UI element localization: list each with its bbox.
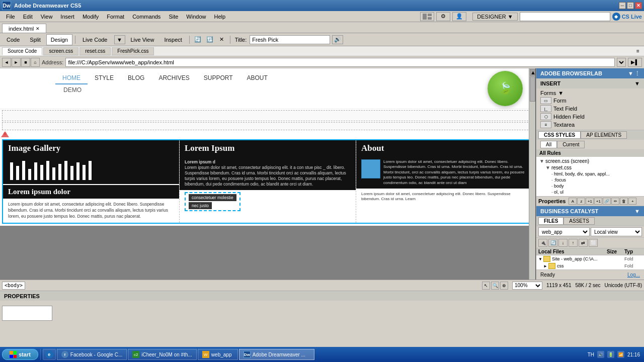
menu-modify[interactable]: Modify (78, 13, 103, 21)
tab-close-icon[interactable]: ✕ (36, 26, 40, 31)
menu-insert[interactable]: Insert (56, 13, 78, 21)
title-extra-btn[interactable]: 🔊 (332, 35, 343, 44)
status-zoom-btn[interactable]: ⊕ (500, 282, 508, 290)
col2-more-link[interactable]: consectetuer molestie (189, 194, 236, 201)
properties-input-area[interactable] (2, 306, 52, 321)
site-dropdown[interactable]: web_app (538, 227, 590, 236)
address-input[interactable] (65, 58, 615, 67)
layout-toggle-3[interactable]: 👤 (452, 12, 466, 21)
files-tab[interactable]: FILES (538, 217, 564, 225)
tray-icon-2[interactable]: 🔋 (607, 351, 614, 358)
current-tab[interactable]: Current (557, 141, 585, 148)
menu-view[interactable]: View (37, 13, 57, 21)
live-code-arrow[interactable]: ▼ (114, 35, 125, 44)
menu-window[interactable]: Window (182, 13, 210, 21)
nav-home[interactable]: HOME (55, 72, 88, 84)
nav-support[interactable]: SUPPORT (197, 72, 240, 84)
clear-icon[interactable]: ✕ (216, 35, 227, 44)
css-tab-reset[interactable]: reset.css (79, 47, 111, 55)
taskbar-app-icheer[interactable]: c2 iCheer_No0M on #th... (128, 349, 197, 360)
menu-edit[interactable]: Edit (19, 13, 37, 21)
file-css-folder[interactable]: ► css Fold (536, 262, 644, 269)
ie-quick-launch[interactable]: e (43, 349, 56, 360)
ap-elements-tab[interactable]: AP ELEMENTS (581, 131, 627, 139)
status-cursor-btn[interactable]: ↖ (482, 282, 490, 290)
all-tab[interactable]: All (540, 141, 557, 148)
panel-grip-icon[interactable]: ⋮ (634, 70, 640, 77)
view-dropdown[interactable]: Local view (591, 227, 642, 236)
tray-icon-3[interactable]: 📶 (617, 351, 624, 358)
prop-btn-edit[interactable]: ✏ (611, 198, 619, 205)
nav-style[interactable]: STYLE (88, 72, 121, 84)
file-put-btn[interactable]: ↑ (569, 239, 578, 247)
designer-button[interactable]: DESIGNER ▼ (472, 13, 517, 21)
folder-expand-2[interactable]: ► (543, 264, 548, 268)
form-item-textarea[interactable]: ≡ Textarea (538, 121, 642, 129)
back-button[interactable]: ◄ (2, 58, 11, 67)
taskbar-app-dw[interactable]: Dw Adobe Dreamweaver ... (239, 349, 314, 360)
forms-item[interactable]: Forms ▼ (538, 89, 642, 97)
file-connect-btn[interactable]: 🔌 (538, 239, 547, 247)
css-tab-source[interactable]: Source Code (2, 47, 42, 55)
file-site-root[interactable]: ▼ Site - web_app (C:\A... Fold (536, 255, 644, 262)
file-get-btn[interactable]: ↓ (558, 239, 568, 247)
zoom-select[interactable]: 100% (512, 282, 542, 290)
address-go-button[interactable]: ▶▌ (628, 58, 642, 67)
menu-format[interactable]: Format (103, 13, 128, 21)
minimize-btn[interactable]: ─ (619, 2, 626, 9)
sync-icon[interactable]: 🔃 (204, 35, 215, 44)
code-button[interactable]: Code (2, 34, 24, 45)
split-button[interactable]: Split (25, 34, 45, 45)
taskbar-app-facebook[interactable]: f Facebook - Google C... (57, 349, 127, 360)
layout-toggle-1[interactable] (420, 12, 434, 21)
prop-btn-a[interactable]: A (569, 198, 577, 205)
live-view-button[interactable]: Live View (126, 34, 159, 45)
address-dropdown[interactable] (617, 58, 626, 67)
inspect-button[interactable]: Inspect (159, 34, 186, 45)
menu-commands[interactable]: Commands (128, 13, 165, 21)
form-item-hidden[interactable]: ⬡ Hidden Field (538, 113, 642, 121)
file-expand-btn[interactable]: ⬜ (589, 239, 598, 247)
nav-about[interactable]: ABOUT (240, 72, 275, 84)
form-item-textfield[interactable]: |_ Text Field (538, 105, 642, 113)
vertical-scrollbar[interactable]: ▲ (529, 68, 535, 280)
folder-expand-1[interactable]: ▼ (538, 257, 543, 261)
css-styles-tab[interactable]: CSS STYLES (538, 131, 581, 139)
forward-button[interactable]: ► (12, 58, 21, 67)
live-code-button[interactable]: Live Code (78, 34, 112, 45)
prop-btn-link[interactable]: 🔗 (603, 198, 611, 205)
tree-expand-1[interactable]: ▼ (539, 158, 544, 164)
menu-site[interactable]: Site (165, 13, 182, 21)
file-refresh-btn[interactable]: 🔄 (548, 239, 557, 247)
tree-expand-2[interactable]: ▼ (545, 165, 550, 170)
prop-btn-del[interactable]: 🗑 (620, 198, 628, 205)
refresh-icon[interactable]: 🔄 (192, 35, 203, 44)
css-tabs-menu-icon[interactable]: ≡ (634, 47, 642, 55)
layout-toggle-2[interactable]: ⚙ (436, 12, 450, 21)
log-link[interactable]: Log... (627, 272, 640, 278)
search-input[interactable] (520, 12, 610, 21)
tray-icon-1[interactable]: 🔊 (597, 351, 604, 358)
prop-btn-new[interactable]: + (628, 198, 636, 205)
form-item-form[interactable]: ▭ Form (538, 97, 642, 105)
taskbar-app-webapp[interactable]: W web_app (198, 349, 238, 360)
close-btn[interactable]: ✕ (635, 2, 642, 9)
prop-btn-z[interactable]: z (577, 198, 585, 205)
start-button[interactable]: start (2, 349, 38, 360)
tab-index-html[interactable]: index.html ✕ (2, 24, 46, 33)
menu-help[interactable]: Help (210, 13, 229, 21)
css-tab-freshpick[interactable]: FreshPick.css (112, 47, 154, 55)
bc-expand-icon[interactable]: ▼ (634, 208, 640, 214)
insert-header[interactable]: INSERT ▼ (536, 78, 644, 88)
maximize-btn[interactable]: □ (627, 2, 634, 9)
col2-more2[interactable]: nec justo (189, 202, 212, 209)
cs-live-button[interactable]: ◆ CS Live (612, 13, 642, 21)
prop-btn-plus1[interactable]: +1 (586, 198, 594, 205)
title-input[interactable] (250, 35, 330, 44)
nav-archives[interactable]: ARCHIVES (151, 72, 196, 84)
file-sync-btn[interactable]: ⇄ (579, 239, 588, 247)
home-button[interactable]: ⌂ (31, 58, 40, 67)
design-button[interactable]: Design (46, 34, 72, 45)
scroll-thumb[interactable] (530, 76, 535, 102)
css-tab-screen[interactable]: screen.css (43, 47, 78, 55)
